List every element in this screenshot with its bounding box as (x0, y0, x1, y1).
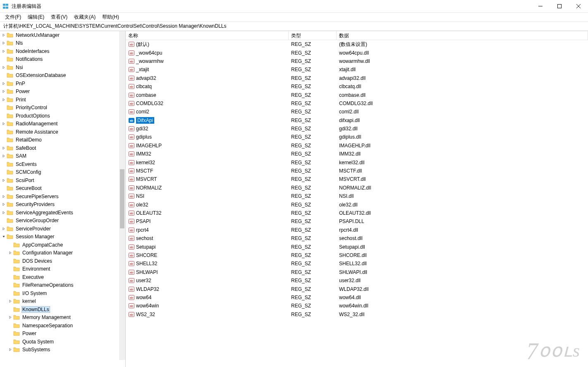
value-row[interactable]: abIMM32REG_SZIMM32.dll (126, 150, 588, 158)
value-row[interactable]: abWS2_32REG_SZWS2_32.dll (126, 310, 588, 319)
tree-item[interactable]: Notifications (0, 55, 126, 64)
tree-panel[interactable]: NetworkUxManagerNlsNodeInterfacesNotific… (0, 31, 126, 367)
tree-item[interactable]: ServiceGroupOrder (0, 217, 126, 225)
chevron-right-icon[interactable] (7, 314, 13, 320)
tree-scrollbar[interactable] (119, 31, 125, 360)
menu-item-3[interactable]: 收藏夹(A) (71, 13, 99, 22)
tree-item[interactable]: Print (0, 96, 126, 104)
value-row[interactable]: abadvapi32REG_SZadvapi32.dll (126, 74, 588, 82)
tree-item[interactable]: SAM (0, 152, 126, 161)
tree-item[interactable]: Quota System (0, 338, 126, 346)
tree-item[interactable]: Environment (0, 265, 126, 273)
tree-item[interactable]: Power (0, 330, 126, 338)
value-row[interactable]: abcoml2REG_SZcoml2.dll (126, 108, 588, 116)
tree-item[interactable]: SecurePipeServers (0, 192, 126, 201)
value-row[interactable]: abgdiplusREG_SZgdiplus.dll (126, 133, 588, 141)
value-row[interactable]: abgdi32REG_SZgdi32.dll (126, 125, 588, 133)
value-row[interactable]: abwow64winREG_SZwow64win.dll (126, 302, 588, 310)
value-row[interactable]: abDifxApiREG_SZdifxapi.dll (126, 116, 588, 125)
value-row[interactable]: abMSVCRTREG_SZMSVCRT.dll (126, 175, 588, 183)
chevron-right-icon[interactable] (1, 97, 7, 103)
chevron-right-icon[interactable] (1, 153, 7, 159)
tree-item[interactable]: ServiceProvider (0, 225, 126, 233)
column-type[interactable]: 类型 (289, 31, 337, 40)
chevron-right-icon[interactable] (7, 298, 13, 304)
value-row[interactable]: abWLDAP32REG_SZWLDAP32.dll (126, 285, 588, 293)
chevron-down-icon[interactable] (1, 234, 7, 240)
chevron-right-icon[interactable] (1, 81, 7, 86)
value-row[interactable]: abCOMDLG32REG_SZCOMDLG32.dll (126, 99, 588, 108)
tree-item[interactable]: Power (0, 88, 126, 96)
tree-item[interactable]: ServiceAggregatedEvents (0, 209, 126, 217)
chevron-right-icon[interactable] (1, 121, 7, 127)
tree-item[interactable]: Configuration Manager (0, 249, 126, 257)
value-row[interactable]: abcombaseREG_SZcombase.dll (126, 91, 588, 99)
value-row[interactable]: abPSAPIREG_SZPSAPI.DLL (126, 217, 588, 225)
tree-item[interactable]: ScEvents (0, 160, 126, 168)
menu-item-4[interactable]: 帮助(H) (99, 13, 122, 22)
chevron-right-icon[interactable] (1, 145, 7, 151)
chevron-right-icon[interactable] (1, 201, 7, 207)
tree-item[interactable]: SubSystems (0, 346, 126, 354)
tree-item[interactable]: AppCompatCache (0, 241, 126, 249)
value-row[interactable]: ab(默认)REG_SZ(数值未设置) (126, 40, 588, 48)
value-row[interactable]: abOLEAUT32REG_SZOLEAUT32.dll (126, 209, 588, 217)
column-name[interactable]: 名称 (126, 31, 289, 40)
value-row[interactable]: ab_wow64cpuREG_SZwow64cpu.dll (126, 48, 588, 57)
value-row[interactable]: abwow64REG_SZwow64.dll (126, 293, 588, 302)
tree-item[interactable]: RadioManagement (0, 120, 126, 128)
chevron-right-icon[interactable] (1, 89, 7, 94)
value-row[interactable]: abSHLWAPIREG_SZSHLWAPI.dll (126, 268, 588, 276)
address-input[interactable] (2, 23, 586, 30)
tree-item[interactable]: NetworkUxManager (0, 31, 126, 39)
value-row[interactable]: abole32REG_SZole32.dll (126, 200, 588, 209)
tree-scrollbar-thumb[interactable] (120, 169, 124, 228)
value-row[interactable]: absechostREG_SZsechost.dll (126, 234, 588, 242)
value-row[interactable]: abSetupapiREG_SZSetupapi.dll (126, 242, 588, 251)
value-row[interactable]: abIMAGEHLPREG_SZIMAGEHLP.dll (126, 142, 588, 150)
value-row[interactable]: abuser32REG_SZuser32.dll (126, 276, 588, 285)
chevron-right-icon[interactable] (1, 178, 7, 183)
tree-item[interactable]: Nls (0, 39, 126, 48)
chevron-right-icon[interactable] (1, 65, 7, 70)
value-row[interactable]: abclbcatqREG_SZclbcatq.dll (126, 82, 588, 91)
tree-item[interactable]: DOS Devices (0, 257, 126, 265)
tree-item[interactable]: Executive (0, 273, 126, 281)
chevron-right-icon[interactable] (1, 210, 7, 216)
tree-item[interactable]: PnP (0, 79, 126, 88)
chevron-right-icon[interactable] (1, 32, 7, 38)
value-row[interactable]: ab_xtajitREG_SZxtajit.dll (126, 65, 588, 74)
value-row[interactable]: abkernel32REG_SZkernel32.dll (126, 158, 588, 166)
tree-item[interactable]: OSExtensionDatabase (0, 72, 126, 80)
value-row[interactable]: abSHCOREREG_SZSHCORE.dll (126, 251, 588, 259)
column-data[interactable]: 数据 (337, 31, 588, 40)
tree-item[interactable]: PriorityControl (0, 104, 126, 112)
tree-item[interactable]: RetailDemo (0, 136, 126, 144)
tree-item[interactable]: NodeInterfaces (0, 47, 126, 55)
chevron-right-icon[interactable] (1, 226, 7, 232)
value-row[interactable]: abNSIREG_SZNSI.dll (126, 192, 588, 200)
minimize-button[interactable] (531, 0, 550, 13)
maximize-button[interactable] (550, 0, 569, 13)
tree-item[interactable]: Memory Management (0, 314, 126, 322)
tree-item[interactable]: kernel (0, 297, 126, 306)
tree-item[interactable]: Remote Assistance (0, 128, 126, 136)
tree-item[interactable]: NamespaceSeparation (0, 321, 126, 330)
chevron-right-icon[interactable] (7, 347, 13, 353)
tree-item[interactable]: ScsiPort (0, 176, 126, 185)
value-row[interactable]: abSHELL32REG_SZSHELL32.dll (126, 259, 588, 268)
value-row[interactable]: abNORMALIZREG_SZNORMALIZ.dll (126, 184, 588, 192)
tree-item[interactable]: I/O System (0, 289, 126, 297)
value-row[interactable]: abrpcrt4REG_SZrpcrt4.dll (126, 226, 588, 234)
menu-item-1[interactable]: 编辑(E) (24, 13, 48, 22)
close-button[interactable] (569, 0, 588, 13)
chevron-right-icon[interactable] (1, 40, 7, 46)
chevron-right-icon[interactable] (7, 250, 13, 256)
menu-item-2[interactable]: 查看(V) (48, 13, 71, 22)
menu-item-0[interactable]: 文件(F) (2, 13, 24, 22)
value-row[interactable]: abMSCTFREG_SZMSCTF.dll (126, 167, 588, 175)
tree-item[interactable]: FileRenameOperations (0, 281, 126, 290)
tree-item[interactable]: KnownDLLs (0, 305, 126, 314)
chevron-right-icon[interactable] (1, 48, 7, 54)
tree-item[interactable]: Session Manager (0, 233, 126, 241)
